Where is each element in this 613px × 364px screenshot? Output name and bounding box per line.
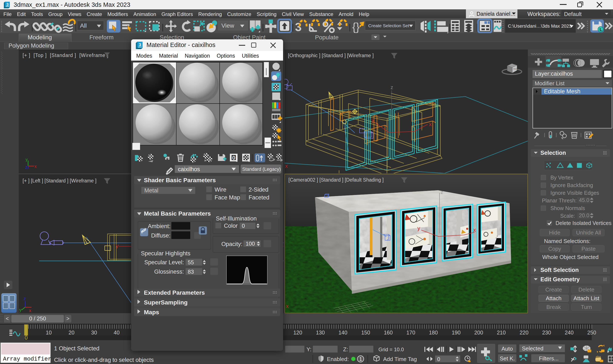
svg-text:x: x <box>473 227 476 233</box>
svg-text:100: 100 <box>246 240 255 247</box>
svg-text:z: z <box>23 296 26 301</box>
svg-text:[Orthographic ] [Standard ]: [Orthographic ] [Standard ] [Wireframe ] <box>288 53 374 58</box>
svg-text:Metal: Metal <box>144 187 158 194</box>
svg-text:MAX: MAX <box>138 46 142 48</box>
svg-text:1: 1 <box>359 356 362 362</box>
svg-text:C:\Users\dani…\3ds Max 2023: C:\Users\dani…\3ds Max 2023 <box>508 23 572 29</box>
svg-text:180: 180 <box>429 330 438 336</box>
svg-text:250: 250 <box>587 330 596 336</box>
svg-text:x: x <box>285 163 288 169</box>
svg-text:170: 170 <box>406 330 415 336</box>
svg-text:200: 200 <box>474 330 483 336</box>
svg-text:y: y <box>116 243 119 249</box>
svg-text:Array modifier: Array modifier <box>3 356 51 362</box>
svg-text:140: 140 <box>339 330 347 336</box>
svg-text:Ambient:: Ambient: <box>148 223 170 229</box>
svg-text:Y:: Y: <box>306 346 311 352</box>
svg-text:z: z <box>441 189 443 195</box>
svg-text:[Camera002 ] [Standard ] [De: [Camera002 ] [Standard ] [Default Shadin… <box>288 177 384 183</box>
svg-text:10: 10 <box>46 330 52 336</box>
svg-text:Faceted: Faceted <box>249 194 270 201</box>
svg-text:Metal Basic Parameters: Metal Basic Parameters <box>144 210 211 217</box>
svg-text:All: All <box>80 22 87 29</box>
svg-text:1 Object Selected: 1 Object Selected <box>54 345 99 352</box>
svg-text:{}: {} <box>352 21 360 33</box>
svg-text:Specular Highlights: Specular Highlights <box>141 250 191 257</box>
svg-text:Add Time Tag: Add Time Tag <box>383 356 417 362</box>
svg-text:0: 0 <box>232 155 235 161</box>
svg-text:150: 150 <box>361 330 370 336</box>
svg-text:x: x <box>34 164 37 169</box>
svg-text:0: 0 <box>242 223 245 229</box>
svg-text:Glossiness:: Glossiness: <box>154 269 184 275</box>
svg-text:160: 160 <box>384 330 393 336</box>
svg-text:2-Sided: 2-Sided <box>249 186 268 193</box>
svg-text:120: 120 <box>293 330 302 336</box>
svg-text:x: x <box>286 303 289 309</box>
svg-text:Shader Basic Parameters: Shader Basic Parameters <box>144 177 216 183</box>
svg-text:Standard (Legacy): Standard (Legacy) <box>242 167 281 172</box>
svg-text:Extended Parameters: Extended Parameters <box>144 289 205 296</box>
svg-text:y: y <box>26 157 28 162</box>
svg-text:Color: Color <box>224 223 238 229</box>
svg-text:20: 20 <box>68 330 74 336</box>
svg-text:L: L <box>599 27 602 32</box>
svg-text:230: 230 <box>542 330 551 336</box>
svg-text:Selected: Selected <box>522 345 543 352</box>
svg-text:210: 210 <box>497 330 506 336</box>
svg-text:Diffuse:: Diffuse: <box>151 232 170 239</box>
svg-text:Enabled:: Enabled: <box>327 356 349 362</box>
svg-text:Click or click-and-drag to sel: Click or click-and-drag to select object… <box>54 357 154 363</box>
svg-text:Wire: Wire <box>215 186 227 193</box>
svg-text:SuperSampling: SuperSampling <box>144 299 188 306</box>
svg-text:240: 240 <box>565 330 574 336</box>
svg-text:0: 0 <box>437 356 440 362</box>
svg-text:z: z <box>25 165 27 169</box>
svg-text:Create Selection Set: Create Selection Set <box>368 23 409 28</box>
svg-text:Self-Illumination: Self-Illumination <box>216 215 257 222</box>
svg-text:x: x <box>29 308 31 313</box>
svg-text:Specular Level:: Specular Level: <box>144 259 184 266</box>
svg-text:40: 40 <box>114 330 120 336</box>
svg-text:0: 0 <box>25 335 28 341</box>
svg-text:z: z <box>391 84 393 90</box>
svg-text:[+ ] [Left ] [Standard ] [W: [+ ] [Left ] [Standard ] [Wireframe ] <box>23 178 96 183</box>
svg-text:Face Map: Face Map <box>215 194 240 201</box>
svg-text:y: y <box>417 225 420 231</box>
svg-text:caixilhos: caixilhos <box>178 166 200 172</box>
svg-text:y: y <box>371 117 374 123</box>
svg-text:220: 220 <box>519 330 529 336</box>
svg-text:x: x <box>429 121 432 127</box>
svg-text:Auto: Auto <box>502 346 513 352</box>
svg-text:Z:: Z: <box>343 346 348 352</box>
svg-text:Grid = 10.0: Grid = 10.0 <box>379 347 404 352</box>
svg-text:130: 130 <box>316 330 325 336</box>
svg-text:Opacity:: Opacity: <box>221 241 243 247</box>
svg-text:190: 190 <box>452 330 461 336</box>
svg-text:Maps: Maps <box>144 309 159 315</box>
svg-text:30: 30 <box>91 330 97 336</box>
svg-text:Filters...: Filters... <box>539 355 559 362</box>
svg-text:View: View <box>221 22 234 29</box>
svg-text:y: y <box>19 307 22 312</box>
svg-text:MAX: MAX <box>6 6 9 7</box>
svg-text:55: 55 <box>188 259 194 266</box>
svg-text:83: 83 <box>188 269 194 275</box>
svg-text:Set K.: Set K. <box>500 355 515 362</box>
svg-text:FRONT: FRONT <box>513 68 519 70</box>
